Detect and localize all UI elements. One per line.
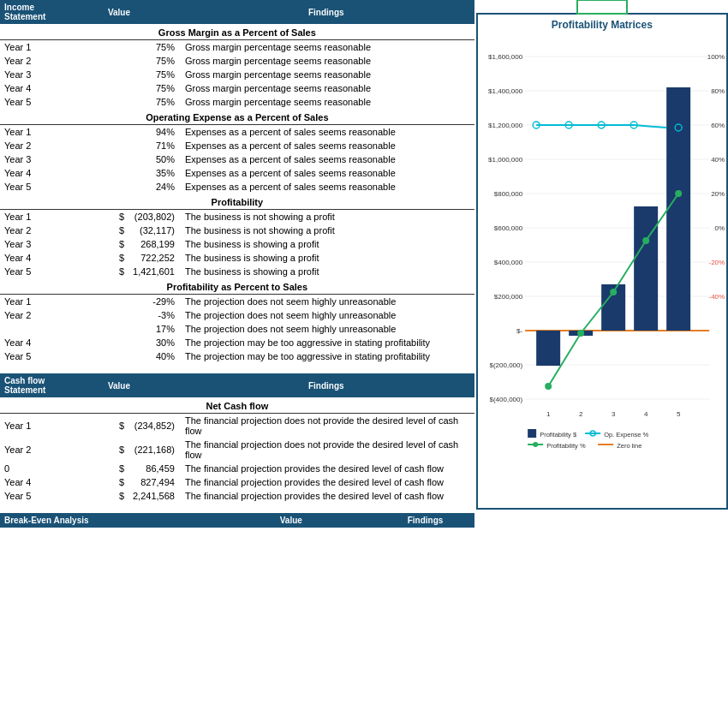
svg-text:40%: 40% (711, 156, 725, 164)
svg-text:$(200,000): $(200,000) (489, 361, 522, 369)
svg-text:-40%: -40% (708, 293, 725, 301)
green-dot-3 (610, 289, 617, 295)
legend-green-dot (533, 442, 538, 447)
profit-row-2: Year 2 $ (32,117) The business is not sh… (0, 224, 474, 237)
cashflow-col2: Value (60, 373, 178, 397)
left-panel: Income Statement Value Findings Gross Ma… (0, 0, 474, 728)
profit-pct-header: Profitability as Percent to Sales (0, 278, 474, 295)
cashflow-row-1: Year 1 $ (234,852) The financial project… (0, 414, 474, 439)
cashflow-row-4: Year 4 $ 827,494 The financial projectio… (0, 475, 474, 489)
breakeven-col2: Value (206, 513, 376, 528)
profit-row-4: Year 4 $ 722,252 The business is showing… (0, 251, 474, 265)
chart-panel: Profitability Matrices $1,600,000 $1,400… (476, 13, 728, 510)
svg-text:$600,000: $600,000 (493, 224, 522, 232)
profit-pct-row-2: Year 2 -3% The projection does not seem … (0, 308, 474, 322)
svg-text:$400,000: $400,000 (493, 259, 522, 266)
svg-text:$1,000,000: $1,000,000 (488, 156, 523, 164)
svg-text:$-: $- (516, 327, 522, 335)
profitability-header: Profitability (0, 194, 474, 210)
svg-text:$1,400,000: $1,400,000 (488, 87, 523, 95)
svg-text:$800,000: $800,000 (493, 190, 522, 198)
gross-margin-row-5: Year 5 75% Gross margin percentage seems… (0, 95, 474, 109)
profit-pct-row-3: 17% The projection does not seem highly … (0, 322, 474, 336)
net-cashflow-header: Net Cash flow (0, 397, 474, 414)
cashflow-table: Cash flow Statement Value Findings Net C… (0, 373, 474, 510)
breakeven-header: Break-Even Analysis Value Findings (0, 513, 474, 528)
cashflow-col3: Findings (178, 373, 474, 397)
svg-text:$(400,000): $(400,000) (489, 396, 522, 403)
chart-title: Profitability Matrices (478, 15, 726, 35)
profit-pct-row-5: Year 5 40% The projection may be too agg… (0, 349, 474, 363)
cashflow-row-5: Year 5 $ 2,241,568 The financial project… (0, 489, 474, 503)
green-dot-2 (577, 330, 584, 337)
income-statement-table: Income Statement Value Findings Gross Ma… (0, 0, 474, 370)
gross-margin-row-4: Year 4 75% Gross margin percentage seems… (0, 81, 474, 95)
teal-line (536, 125, 666, 128)
cashflow-col1: Cash flow Statement (0, 373, 60, 397)
svg-text:0%: 0% (714, 224, 725, 232)
bar-year1 (536, 331, 560, 366)
svg-text:$1,600,000: $1,600,000 (488, 53, 523, 61)
op-expense-row-4: Year 4 35% Expenses as a percent of sale… (0, 166, 474, 180)
chart-top-box (576, 0, 628, 15)
svg-text:100%: 100% (707, 53, 724, 61)
svg-text:4: 4 (644, 410, 648, 418)
green-dot-5 (675, 190, 682, 197)
green-dot-4 (642, 237, 649, 244)
svg-text:5: 5 (677, 410, 681, 418)
profit-row-1: Year 1 $ (203,802) The business is not s… (0, 210, 474, 224)
cashflow-row-2: Year 2 $ (221,168) The financial project… (0, 438, 474, 462)
svg-text:2: 2 (579, 410, 583, 418)
profit-row-5: Year 5 $ 1,421,601 The business is showi… (0, 265, 474, 278)
breakeven-col3: Findings (376, 513, 474, 528)
gross-margin-row-1: Year 1 75% Gross margin percentage seems… (0, 40, 474, 55)
svg-text:3: 3 (612, 410, 616, 418)
svg-text:$1,200,000: $1,200,000 (488, 122, 523, 129)
profit-pct-row-4: Year 4 30% The projection may be too agg… (0, 336, 474, 349)
profit-row-3: Year 3 $ 268,199 The business is showing… (0, 237, 474, 251)
op-expense-row-5: Year 5 24% Expenses as a percent of sale… (0, 180, 474, 194)
svg-text:60%: 60% (711, 122, 725, 129)
svg-text:$200,000: $200,000 (493, 293, 522, 301)
income-statement-header: Income Statement Value Findings (0, 0, 474, 24)
breakeven-table: Break-Even Analysis Value Findings (0, 513, 474, 528)
gross-margin-row-3: Year 3 75% Gross margin percentage seems… (0, 68, 474, 81)
op-expense-row-3: Year 3 50% Expenses as a percent of sale… (0, 152, 474, 166)
gross-margin-header: Gross Margin as a Percent of Sales (0, 24, 474, 40)
profit-pct-row-1: Year 1 -29% The projection does not seem… (0, 295, 474, 309)
cashflow-header: Cash flow Statement Value Findings (0, 373, 474, 397)
income-statement-col2: Value (60, 0, 178, 24)
legend-teal-label: Op. Expense % (604, 431, 648, 439)
svg-text:-20%: -20% (708, 259, 725, 266)
legend-bar-label: Profitability $ (540, 431, 577, 439)
legend-orange-label: Zero line (617, 442, 641, 450)
legend-bar-icon (528, 429, 536, 438)
gross-margin-row-2: Year 2 75% Gross margin percentage seems… (0, 54, 474, 68)
green-dot-1 (545, 383, 552, 390)
chart-svg: $1,600,000 $1,400,000 $1,200,000 $1,000,… (478, 35, 726, 489)
svg-text:20%: 20% (711, 190, 725, 198)
income-statement-col1: Income Statement (0, 0, 60, 24)
op-expense-row-2: Year 2 71% Expenses as a percent of sale… (0, 139, 474, 152)
operating-expense-header: Operating Expense as a Percent of Sales (0, 109, 474, 125)
legend-green-label: Profitability % (546, 442, 586, 450)
breakeven-col1: Break-Even Analysis (0, 513, 206, 528)
op-expense-row-1: Year 1 94% Expenses as a percent of sale… (0, 125, 474, 140)
svg-text:1: 1 (546, 410, 551, 418)
bar-year4 (634, 206, 658, 331)
svg-text:80%: 80% (711, 87, 725, 95)
cashflow-row-3: 0 $ 86,459 The financial projection prov… (0, 462, 474, 475)
income-statement-col3: Findings (178, 0, 474, 24)
